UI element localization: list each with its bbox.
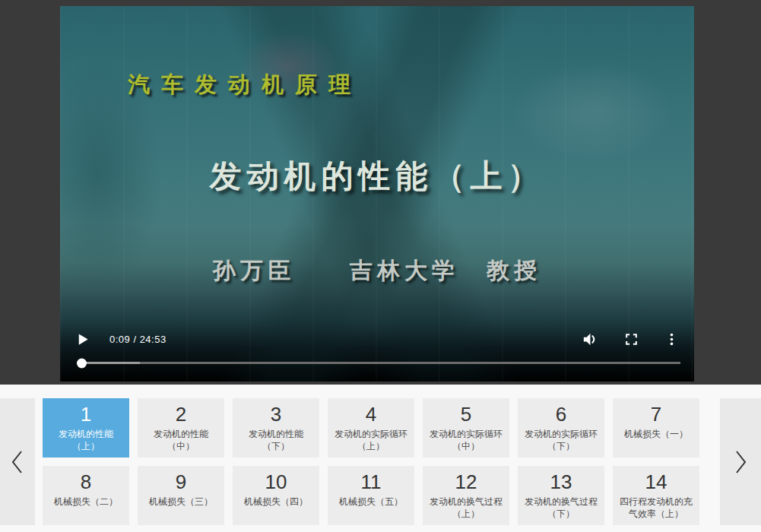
- playlist-item[interactable]: 1 发动机的性能 （上）: [43, 398, 129, 458]
- episode-number: 1: [43, 402, 129, 426]
- playlist-item[interactable]: 5 发动机的实际循环 （中）: [423, 398, 509, 458]
- episode-number: 9: [138, 470, 224, 494]
- episode-number: 14: [613, 470, 699, 494]
- episode-title: 发动机的实际循环 （下）: [518, 428, 604, 452]
- playlist-section: 1 发动机的性能 （上） 2 发动机的性能 （中） 3 发动机的性能 （下） 4…: [0, 385, 761, 532]
- episode-title: 机械损失（五）: [328, 496, 414, 508]
- volume-icon: [581, 331, 598, 348]
- video-player-section: 汽车发动机原理 发动机的性能（上） 孙万臣 吉林大学 教授 0:09 / 24:…: [0, 0, 761, 385]
- playlist-item[interactable]: 2 发动机的性能 （中）: [138, 398, 224, 458]
- episode-title: 发动机的性能 （中）: [138, 428, 224, 452]
- episode-title: 发动机的性能 （下）: [233, 428, 319, 452]
- progress-thumb[interactable]: [77, 358, 87, 368]
- volume-button[interactable]: [581, 331, 598, 348]
- chevron-left-icon: [9, 449, 26, 475]
- playlist-grid: 1 发动机的性能 （上） 2 发动机的性能 （中） 3 发动机的性能 （下） 4…: [43, 398, 699, 525]
- video-series-title: 汽车发动机原理: [128, 70, 362, 100]
- episode-number: 8: [43, 470, 129, 494]
- episode-number: 5: [423, 402, 509, 426]
- episode-title: 发动机的实际循环 （上）: [328, 428, 414, 452]
- episode-number: 13: [518, 470, 604, 494]
- progress-bar[interactable]: [80, 362, 680, 364]
- playlist-item[interactable]: 11 机械损失（五）: [328, 466, 414, 525]
- more-options-button[interactable]: [664, 332, 679, 347]
- kebab-menu-icon: [664, 332, 679, 347]
- video-player[interactable]: 汽车发动机原理 发动机的性能（上） 孙万臣 吉林大学 教授 0:09 / 24:…: [60, 6, 694, 382]
- episode-title: 发动机的实际循环 （中）: [423, 428, 509, 452]
- video-presenter-credit: 孙万臣 吉林大学 教授: [60, 255, 694, 287]
- episode-title: 机械损失（二）: [43, 496, 129, 508]
- episode-number: 10: [233, 470, 319, 494]
- time-display: 0:09 / 24:53: [109, 334, 166, 345]
- fullscreen-button[interactable]: [624, 332, 639, 347]
- playlist-item[interactable]: 10 机械损失（四）: [233, 466, 319, 525]
- chevron-right-icon: [732, 449, 749, 475]
- episode-number: 4: [328, 402, 414, 426]
- video-frame: 汽车发动机原理 发动机的性能（上） 孙万臣 吉林大学 教授: [60, 6, 694, 382]
- play-icon: [75, 332, 90, 347]
- episode-number: 12: [423, 470, 509, 494]
- episode-title: 四行程发动机的充 气效率（上）: [613, 496, 699, 520]
- episode-title: 发动机的换气过程 （上）: [423, 496, 509, 520]
- fullscreen-icon: [624, 332, 639, 347]
- episode-title: 发动机的换气过程 （下）: [518, 496, 604, 520]
- episode-title: 发动机的性能 （上）: [43, 428, 129, 452]
- play-button[interactable]: [75, 332, 90, 347]
- episode-number: 7: [613, 402, 699, 426]
- episode-title: 机械损失（三）: [138, 496, 224, 508]
- episode-number: 2: [138, 402, 224, 426]
- video-episode-title: 发动机的性能（上）: [60, 155, 694, 198]
- episode-title: 机械损失（一）: [613, 428, 699, 440]
- episode-number: 11: [328, 470, 414, 494]
- playlist-item[interactable]: 6 发动机的实际循环 （下）: [518, 398, 604, 458]
- episode-title: 机械损失（四）: [233, 496, 319, 508]
- playlist-item[interactable]: 12 发动机的换气过程 （上）: [423, 466, 509, 525]
- episode-number: 3: [233, 402, 319, 426]
- video-controls-bar: 0:09 / 24:53: [75, 330, 679, 348]
- playlist-item[interactable]: 9 机械损失（三）: [138, 466, 224, 525]
- playlist-item[interactable]: 7 机械损失（一）: [613, 398, 699, 458]
- playlist-item[interactable]: 8 机械损失（二）: [43, 466, 129, 525]
- playlist-item[interactable]: 4 发动机的实际循环 （上）: [328, 398, 414, 458]
- playlist-item[interactable]: 13 发动机的换气过程 （下）: [518, 466, 604, 525]
- episode-number: 6: [518, 402, 604, 426]
- progress-buffered: [80, 362, 140, 364]
- playlist-item[interactable]: 3 发动机的性能 （下）: [233, 398, 319, 458]
- playlist-item[interactable]: 14 四行程发动机的充 气效率（上）: [613, 466, 699, 525]
- pager-next-button[interactable]: [720, 398, 761, 525]
- pager-prev-button[interactable]: [0, 398, 35, 525]
